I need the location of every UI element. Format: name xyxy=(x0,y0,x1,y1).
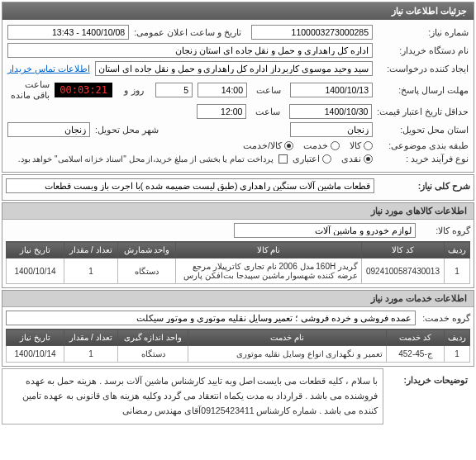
need-no-input[interactable] xyxy=(251,25,373,40)
services-table-row: 1 ج-45-452 تعمیر و نگهداری انواع وسایل ن… xyxy=(7,346,470,363)
city-input[interactable] xyxy=(7,122,90,137)
th-code: کد کالا xyxy=(362,242,445,258)
services-panel: اطلاعات خدمات مورد نیاز گروه خدمت: ردیف … xyxy=(2,290,474,367)
row-category: طبقه بندی موضوعی: کالا خدمت کالا/خدمت xyxy=(7,140,469,150)
services-header: اطلاعات خدمات مورد نیاز xyxy=(2,291,474,307)
radio-both[interactable]: کالا/خدمت xyxy=(243,140,293,150)
day-value-input[interactable] xyxy=(155,83,193,97)
radio-goods[interactable]: کالا xyxy=(350,140,373,150)
day-label: روز و xyxy=(117,85,150,96)
services-table-header: ردیف کد خدمت نام خدمت واحد اندازه گیری ت… xyxy=(7,330,470,346)
services-group-input[interactable] xyxy=(6,311,416,325)
deadline-date-input[interactable] xyxy=(290,83,373,97)
th-sqty: تعداد / مقدار xyxy=(64,330,118,346)
goods-group-input[interactable] xyxy=(234,223,416,238)
validity-label: حداقل تاریخ اعتبار قیمت: xyxy=(377,107,469,116)
row-need-no: شماره نیاز: تاریخ و ساعت اعلان عمومی: xyxy=(7,25,469,40)
row-location: استان محل تحویل: شهر محل تحویل: xyxy=(7,122,469,137)
th-qty: تعداد / مقدار xyxy=(64,242,118,258)
city-label: شهر محل تحویل: xyxy=(95,125,159,135)
goods-table: ردیف کد کالا نام کالا واحد شمارش تعداد /… xyxy=(6,241,470,284)
th-sdate: تاریخ نیاز xyxy=(7,330,64,346)
th-srow: ردیف xyxy=(445,330,470,346)
countdown-timer: 00:03:21 xyxy=(55,83,112,97)
notes-label: توضیحات خریدار: xyxy=(383,368,474,385)
radio-credit[interactable]: اعتباری xyxy=(293,154,331,164)
province-input[interactable] xyxy=(290,122,373,137)
buytype-label: نوع فرآیند خرید : xyxy=(378,154,469,164)
cell-row: 1 xyxy=(445,258,470,284)
credit-note: پرداخت تمام یا بخشی از مبلغ خرید،از محل … xyxy=(18,154,274,164)
buyer-label: نام دستگاه خریدار: xyxy=(378,45,469,55)
th-scode: کد خدمت xyxy=(387,330,445,346)
th-name: نام کالا xyxy=(176,242,362,258)
notes-text: با سلام ، کلیه قطعات می بایست اصل وبه تا… xyxy=(2,368,383,424)
remain-label: ساعت باقی مانده xyxy=(7,79,50,101)
cell-date: 1400/10/14 xyxy=(7,258,64,284)
services-group-row: گروه خدمت: xyxy=(6,311,470,325)
need-desc-input[interactable] xyxy=(6,178,374,193)
deadline-time-input[interactable] xyxy=(198,83,247,97)
radio-service[interactable]: خدمت xyxy=(303,140,340,150)
time-label-2: ساعت xyxy=(251,107,284,117)
th-date: تاریخ نیاز xyxy=(7,242,64,258)
creator-input[interactable] xyxy=(95,61,373,76)
announce-label: تاریخ و ساعت اعلان عمومی: xyxy=(134,27,241,37)
announce-input[interactable] xyxy=(7,25,129,40)
services-group-label: گروه خدمت: xyxy=(421,313,470,323)
time-label-1: ساعت xyxy=(252,85,285,96)
goods-group-label: گروه کالا: xyxy=(421,225,470,235)
goods-header: اطلاعات کالاهای مورد نیاز xyxy=(2,203,474,220)
goods-table-header: ردیف کد کالا نام کالا واحد شمارش تعداد /… xyxy=(7,242,470,258)
need-desc-label: شرح کلی نیاز: xyxy=(379,181,470,191)
main-panel: جزئیات اطلاعات نیاز شماره نیاز: تاریخ و … xyxy=(2,2,474,173)
row-creator: ایجاد کننده درخواست: اطلاعات تماس خریدار xyxy=(7,61,469,76)
scell-qty: 1 xyxy=(64,346,118,363)
category-label: طبقه بندی موضوعی: xyxy=(378,140,469,150)
goods-table-row: 1 0924100587430013 گریدر 160H مدل 2006 ن… xyxy=(7,258,470,284)
cell-code: 0924100587430013 xyxy=(362,258,445,284)
notes-row: توضیحات خریدار: با سلام ، کلیه قطعات می … xyxy=(2,368,474,424)
row-buytype: نوع فرآیند خرید : نقدی اعتباری پرداخت تم… xyxy=(7,154,469,164)
contact-link[interactable]: اطلاعات تماس خریدار xyxy=(7,64,90,74)
cell-name: گریدر 160H مدل 2006 نام تجاری کاترپیلار … xyxy=(176,258,362,284)
row-validity: حداقل تاریخ اعتبار قیمت: ساعت xyxy=(7,104,469,119)
scell-row: 1 xyxy=(445,346,470,363)
buytype-radios: نقدی اعتباری xyxy=(293,154,373,164)
th-row: ردیف xyxy=(445,242,470,258)
row-buyer: نام دستگاه خریدار: xyxy=(7,43,469,58)
deadline-label: مهلت ارسال پاسخ: xyxy=(378,85,469,95)
th-unit: واحد شمارش xyxy=(118,242,176,258)
buyer-input[interactable] xyxy=(7,43,373,58)
creator-label: ایجاد کننده درخواست: xyxy=(378,64,469,74)
need-desc-panel: شرح کلی نیاز: xyxy=(2,174,474,201)
row-deadline: مهلت ارسال پاسخ: ساعت روز و 00:03:21 ساع… xyxy=(7,79,469,101)
scell-code: ج-45-452 xyxy=(387,346,445,363)
scell-unit: دستگاه xyxy=(118,346,188,363)
need-no-label: شماره نیاز: xyxy=(378,27,469,37)
validity-time-input[interactable] xyxy=(197,104,246,119)
goods-group-row: گروه کالا: xyxy=(6,223,470,238)
category-radios: کالا خدمت کالا/خدمت xyxy=(243,140,373,150)
cell-unit: دستگاه xyxy=(118,258,176,284)
credit-checkbox[interactable] xyxy=(278,154,288,164)
cell-qty: 1 xyxy=(64,258,118,284)
th-sname: نام خدمت xyxy=(188,330,387,346)
services-table: ردیف کد خدمت نام خدمت واحد اندازه گیری ت… xyxy=(6,329,470,363)
th-sunit: واحد اندازه گیری xyxy=(118,330,188,346)
need-desc-row: شرح کلی نیاز: xyxy=(6,178,470,193)
scell-date: 1400/10/14 xyxy=(7,346,64,363)
scell-name: تعمیر و نگهداری انواع وسایل نقلیه موتوری xyxy=(188,346,387,363)
goods-panel: اطلاعات کالاهای مورد نیاز گروه کالا: ردی… xyxy=(2,202,474,288)
panel-title: جزئیات اطلاعات نیاز xyxy=(2,2,474,20)
radio-cash[interactable]: نقدی xyxy=(341,154,373,164)
validity-date-input[interactable] xyxy=(289,104,372,119)
province-label: استان محل تحویل: xyxy=(378,125,469,135)
form-body: شماره نیاز: تاریخ و ساعت اعلان عمومی: نا… xyxy=(2,20,474,172)
